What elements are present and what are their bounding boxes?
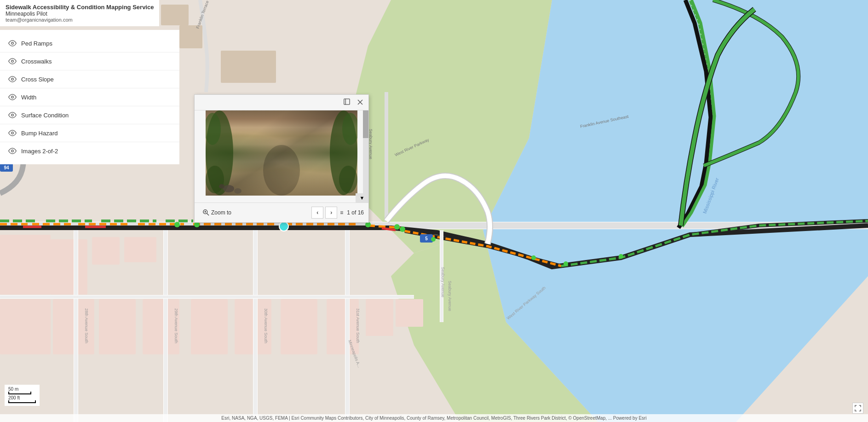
- layer-item-width[interactable]: Width: [0, 88, 179, 106]
- eye-icon-ped-ramps: [8, 39, 17, 47]
- svg-text:30th Avenue South: 30th Avenue South: [264, 308, 268, 343]
- scale-metric: 50 m: [8, 387, 36, 392]
- popup-image-wrapper: ▼: [195, 110, 368, 202]
- header-panel: Sidewalk Accessibility & Condition Mappi…: [0, 0, 159, 26]
- app-title: Sidewalk Accessibility & Condition Mappi…: [6, 4, 154, 11]
- maximize-icon: [344, 98, 350, 105]
- svg-point-60: [431, 237, 436, 242]
- scale-imperial: 200 ft: [8, 395, 36, 400]
- attribution-text: Esri, NASA, NGA, USGS, FEMA | Esri Commu…: [221, 416, 646, 421]
- svg-rect-20: [143, 299, 179, 354]
- nav-buttons: ‹ ›: [311, 207, 337, 219]
- svg-point-63: [619, 254, 623, 259]
- popup-scrollbar[interactable]: [363, 110, 368, 202]
- popup-close-button[interactable]: [356, 98, 365, 107]
- zoom-to-label: Zoom to: [211, 209, 231, 216]
- svg-rect-26: [396, 299, 423, 327]
- scale-line-imperial: [8, 400, 36, 403]
- svg-text:31st Avenue South: 31st Avenue South: [356, 308, 360, 343]
- layer-label-bump-hazard: Bump Hazard: [21, 130, 57, 137]
- app-email: team@organicnavigation.com: [6, 17, 154, 23]
- layer-item-cross-slope[interactable]: Cross Slope: [0, 70, 179, 88]
- eye-icon-width: [8, 93, 17, 101]
- popup-header: [195, 95, 368, 110]
- layer-item-ped-ramps[interactable]: Ped Ramps: [0, 35, 179, 52]
- svg-rect-71: [344, 99, 350, 104]
- svg-point-70: [11, 150, 14, 152]
- fullscreen-icon: [855, 405, 861, 411]
- svg-point-5: [394, 224, 400, 230]
- svg-rect-17: [0, 299, 51, 354]
- svg-point-64: [11, 42, 14, 45]
- svg-rect-28: [161, 5, 189, 25]
- layer-item-surface-condition[interactable]: Surface Condition: [0, 106, 179, 124]
- next-button[interactable]: ›: [325, 207, 337, 219]
- eye-icon-bump-hazard: [8, 129, 17, 137]
- svg-point-68: [11, 114, 14, 116]
- svg-point-65: [11, 60, 14, 63]
- svg-rect-16: [124, 237, 156, 262]
- shadow-shadow: [206, 110, 357, 196]
- fullscreen-button[interactable]: [852, 403, 863, 414]
- svg-rect-29: [221, 51, 276, 83]
- layer-item-images[interactable]: Images 2-of-2: [0, 142, 179, 160]
- svg-text:Seabury Avenue: Seabury Avenue: [448, 281, 452, 311]
- eye-icon-cross-slope: [8, 75, 17, 83]
- svg-point-7: [279, 222, 288, 231]
- popup-panel: ▼ Zoom to ‹ › ≡ 1 of 16: [194, 94, 369, 223]
- previous-button[interactable]: ‹: [311, 207, 323, 219]
- scale-line-metric: [8, 392, 31, 394]
- layer-label-ped-ramps: Ped Ramps: [21, 40, 52, 47]
- layer-label-images: Images 2-of-2: [21, 148, 58, 155]
- svg-text:Seabury Avenue: Seabury Avenue: [368, 129, 373, 159]
- layer-item-bump-hazard[interactable]: Bump Hazard: [0, 124, 179, 142]
- layer-panel: Ped Ramps Crosswalks Cross Slope Width S…: [0, 30, 179, 164]
- eye-icon-surface-condition: [8, 111, 17, 119]
- svg-point-61: [531, 255, 536, 260]
- svg-point-67: [11, 96, 14, 98]
- layer-label-cross-slope: Cross Slope: [21, 76, 54, 83]
- popup-scrollbar-thumb[interactable]: [363, 110, 368, 138]
- svg-rect-19: [99, 299, 136, 354]
- svg-rect-15: [92, 237, 120, 265]
- attribution-bar: Esri, NASA, NGA, USGS, FEMA | Esri Commu…: [0, 414, 868, 422]
- svg-line-86: [207, 214, 209, 215]
- list-icon: ≡: [340, 209, 343, 216]
- eye-icon-crosswalks: [8, 57, 17, 65]
- close-icon: [357, 99, 363, 105]
- svg-rect-14: [51, 239, 87, 295]
- popup-maximize-button[interactable]: [342, 98, 352, 107]
- app-subtitle: Minneapolis Pilot: [6, 11, 154, 17]
- eye-icon-images: [8, 147, 17, 155]
- layer-label-surface-condition: Surface Condition: [21, 112, 69, 119]
- zoom-icon: [203, 209, 209, 216]
- svg-text:28th Avenue South: 28th Avenue South: [84, 308, 89, 343]
- svg-rect-21: [191, 299, 228, 354]
- page-indicator: ≡ 1 of 16: [340, 209, 364, 216]
- svg-point-62: [563, 261, 568, 266]
- svg-text:Seabury Avenue: Seabury Avenue: [441, 267, 445, 297]
- svg-rect-25: [366, 299, 393, 336]
- svg-point-6: [400, 226, 405, 232]
- page-count: 1 of 16: [347, 209, 364, 216]
- svg-point-69: [11, 132, 14, 134]
- svg-text:29th Avenue South: 29th Avenue South: [174, 308, 178, 343]
- layer-label-crosswalks: Crosswalks: [21, 58, 52, 65]
- svg-text:94: 94: [4, 165, 9, 170]
- svg-point-1: [174, 222, 180, 227]
- scroll-down-button[interactable]: ▼: [356, 193, 368, 202]
- svg-rect-23: [281, 299, 317, 354]
- zoom-to-button[interactable]: Zoom to: [199, 208, 309, 218]
- popup-header-icons: [342, 98, 365, 107]
- svg-text:5: 5: [425, 236, 428, 241]
- scale-bar: 50 m 200 ft: [5, 385, 40, 406]
- layer-item-crosswalks[interactable]: Crosswalks: [0, 52, 179, 70]
- svg-point-66: [11, 78, 14, 81]
- popup-footer: Zoom to ‹ › ≡ 1 of 16: [195, 202, 368, 222]
- svg-rect-13: [0, 235, 51, 295]
- layer-label-width: Width: [21, 94, 36, 101]
- popup-image: [206, 110, 357, 196]
